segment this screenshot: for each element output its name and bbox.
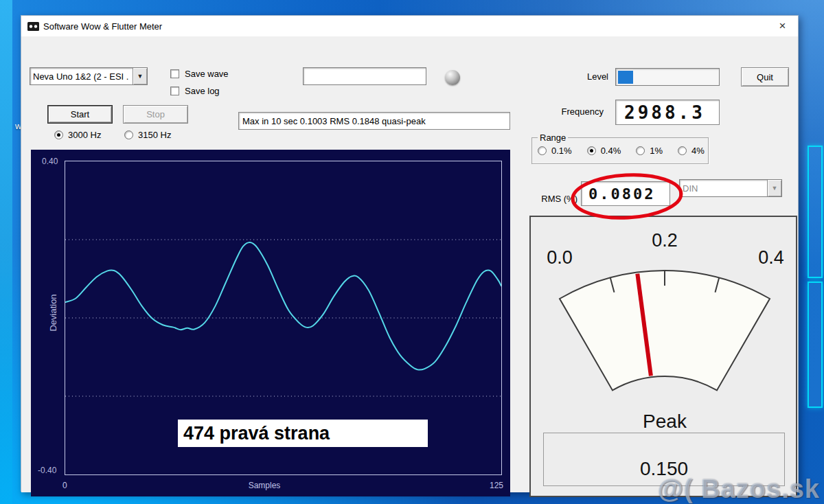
rms-label: RMS (%) [531,194,577,204]
wallpaper-window-pane [808,282,823,408]
x-tick-left: 0 [62,481,67,490]
radio-3000hz[interactable] [54,130,63,139]
audio-device-value: Neva Uno 1&2 (2 - ESI . [30,71,133,82]
range-legend: Range [538,133,568,143]
rms-value: 0.0802 [588,185,655,203]
frequency-value: 2988.3 [624,102,705,123]
radio-3150hz[interactable] [124,130,133,139]
deviation-chart: 0.40 -0.40 Deviation 474 pravá strana 0 … [31,150,510,496]
level-label: Level [571,71,608,82]
range-0.4-label: 0.4% [601,146,621,156]
range-1-row[interactable]: 1% [636,146,663,156]
range-1-label: 1% [650,146,663,156]
cassette-app-icon [27,22,39,31]
save-wave-label: Save wave [185,69,229,79]
stop-button[interactable]: Stop [123,105,188,124]
range-0.4-row[interactable]: 0.4% [587,146,621,156]
analog-meter-panel: 0.0 0.2 0.4 Peak 0.150 [529,216,797,497]
window-title: Software Wow & Flutter Meter [43,21,162,32]
x-axis-label: Samples [249,481,281,490]
range-0.1-radio[interactable] [538,146,547,155]
range-4-label: 4% [691,146,705,156]
y-axis-label: Deviation [48,272,58,354]
save-wave-checkbox-row[interactable]: Save wave [170,69,229,79]
range-4-radio[interactable] [678,146,687,155]
x-tick-right: 125 [490,481,503,490]
chevron-down-icon[interactable]: ▼ [767,180,781,196]
status-display: Max in 10 sec 0.1003 RMS 0.1848 quasi-pe… [238,112,510,130]
range-options: 0.1% 0.4% 1% 4% [532,143,708,156]
rms-display: 0.0802 [581,181,670,206]
weighting-standard-dropdown[interactable]: DIN ▼ [679,179,782,197]
save-wave-checkbox[interactable] [170,69,179,78]
y-tick-bottom: -0.40 [38,466,56,475]
level-progress-bar [615,68,720,86]
save-log-checkbox-row[interactable]: Save log [170,86,220,96]
client-area: Neva Uno 1&2 (2 - ESI . ▼ Save wave Save… [21,36,798,492]
level-progress-fill [618,71,633,84]
audio-device-dropdown[interactable]: Neva Uno 1&2 (2 - ESI . ▼ [30,67,148,85]
radio-3150hz-label: 3150 Hz [138,130,171,140]
frequency-label: Frequency [543,106,604,117]
start-button[interactable]: Start [47,105,113,124]
y-tick-top: 0.40 [42,157,58,166]
range-4-row[interactable]: 4% [678,146,705,156]
radio-3150hz-row[interactable]: 3150 Hz [124,130,171,140]
frequency-display: 2988.3 [615,100,720,125]
status-led-sphere [445,70,460,85]
range-groupbox: Range 0.1% 0.4% 1% 4% [531,133,709,164]
filename-input[interactable] [303,67,426,85]
peak-label: Peak [643,411,687,433]
chart-annotation: 474 pravá strana [178,420,428,447]
chevron-down-icon[interactable]: ▼ [133,68,147,84]
range-0.1-row[interactable]: 0.1% [538,146,572,156]
meter-dial-svg [531,217,799,444]
radio-3000hz-label: 3000 Hz [68,130,101,140]
range-0.4-radio[interactable] [587,146,596,155]
quit-button[interactable]: Quit [741,67,789,87]
title-bar[interactable]: Software Wow & Flutter Meter × [21,16,798,36]
save-log-checkbox[interactable] [170,87,179,95]
save-log-label: Save log [185,86,220,96]
close-button[interactable]: × [767,16,798,36]
desktop-left-light-strip [0,0,12,504]
range-1-radio[interactable] [636,146,645,155]
weighting-standard-value: DIN [680,183,767,194]
app-window: Software Wow & Flutter Meter × Neva Uno … [21,15,799,492]
radio-3000hz-row[interactable]: 3000 Hz [54,130,101,140]
watermark: @( Bazos.sk [658,474,820,504]
wallpaper-window-pane [808,146,823,278]
plot-area: 474 pravá strana [65,161,502,475]
range-0.1-label: 0.1% [551,146,572,156]
